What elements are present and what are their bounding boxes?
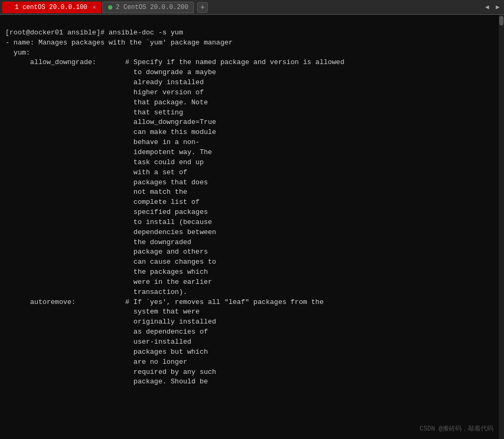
scrollbar[interactable] [499, 15, 504, 439]
terminal-window: 1 centOS 20.0.0.100 ✕ 2 CentOS 20.0.0.20… [0, 0, 504, 439]
tab-bar: 1 centOS 20.0.0.100 ✕ 2 CentOS 20.0.0.20… [0, 0, 504, 15]
tab-1[interactable]: 1 centOS 20.0.0.100 ✕ [2, 2, 101, 13]
tab-navigation: ◀ ▶ [483, 3, 502, 12]
watermark: CSDN @搬砖码，敲着代码 [420, 425, 493, 434]
tab-2[interactable]: 2 CentOS 20.0.0.200 [102, 2, 194, 13]
tab-next-button[interactable]: ▶ [493, 3, 502, 12]
terminal-body[interactable]: [root@docker01 ansible]# ansible-doc -s … [0, 15, 504, 439]
tab-1-dot [7, 5, 12, 10]
tab-add-button[interactable]: + [197, 2, 208, 13]
tab-2-label: 2 CentOS 20.0.0.200 [116, 4, 188, 11]
tab-1-close[interactable]: ✕ [93, 4, 96, 11]
tab-1-label: 1 centOS 20.0.0.100 [15, 4, 87, 11]
terminal-content: [root@docker01 ansible]# ansible-doc -s … [5, 18, 499, 387]
scrollbar-thumb[interactable] [499, 16, 503, 25]
tab-2-dot [108, 5, 112, 10]
tab-prev-button[interactable]: ◀ [483, 3, 491, 12]
